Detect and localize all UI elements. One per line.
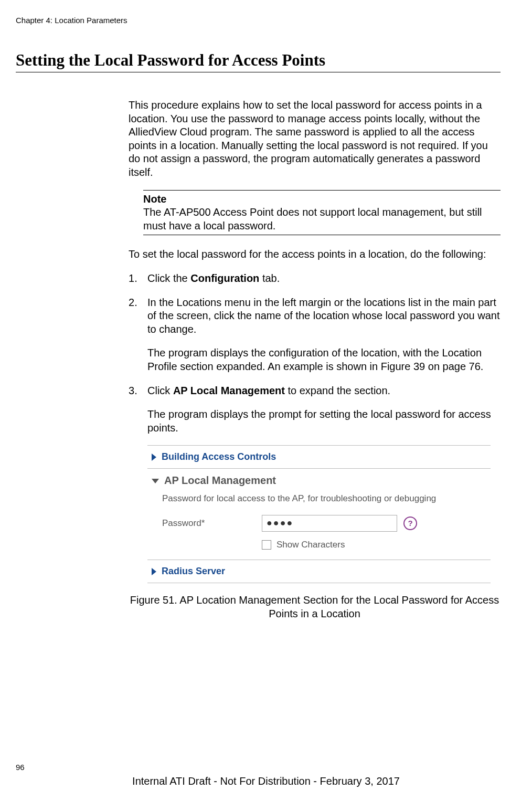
step-2-sub: The program displays the configuration o… [147, 346, 501, 373]
step-2: In the Locations menu in the left margin… [129, 296, 501, 374]
step-3-pre: Click [147, 385, 173, 396]
show-characters-label: Show Characters [276, 539, 345, 551]
step-3-post: to expand the section. [285, 385, 390, 396]
step-1-pre: Click the [147, 272, 190, 284]
password-input[interactable]: ●●●● [262, 515, 397, 532]
accordion-label: Radius Server [162, 565, 225, 577]
title-rule [16, 72, 501, 72]
password-label: Password* [162, 518, 262, 529]
intro-paragraph: This procedure explains how to set the l… [129, 99, 501, 180]
accordion-ap-local-management[interactable]: AP Local Management [147, 469, 491, 493]
accordion-label: Building Access Controls [162, 451, 276, 463]
step-3-bold: AP Local Management [173, 385, 285, 396]
accordion-building-access-controls[interactable]: Building Access Controls [147, 446, 491, 468]
section-title: Setting the Local Password for Access Po… [16, 51, 501, 70]
accordion-label: AP Local Management [164, 474, 276, 488]
step-2-text: In the Locations menu in the left margin… [147, 297, 499, 335]
chapter-header: Chapter 4: Location Parameters [16, 16, 501, 25]
lead-paragraph: To set the local password for the access… [129, 248, 501, 261]
page-number: 96 [16, 763, 25, 772]
note-text: The AT-AP500 Access Point does not suppo… [143, 206, 501, 233]
footer-disclaimer: Internal ATI Draft - Not For Distributio… [0, 775, 532, 787]
step-3: Click AP Local Management to expand the … [129, 384, 501, 435]
accordion-radius-server[interactable]: Radius Server [147, 560, 491, 583]
step-1: Click the Configuration tab. [129, 272, 501, 286]
show-characters-checkbox[interactable] [262, 540, 271, 550]
chevron-right-icon [152, 568, 156, 575]
step-3-sub: The program displays the prompt for sett… [147, 408, 501, 435]
note-rule-bottom [143, 235, 501, 235]
figure-caption: Figure 51. AP Location Management Sectio… [129, 594, 501, 620]
chevron-down-icon [152, 479, 159, 483]
password-description: Password for local access to the AP, for… [147, 493, 491, 512]
step-1-post: tab. [259, 272, 280, 284]
note-label: Note [143, 193, 501, 206]
figure-ap-local-management: Building Access Controls AP Local Manage… [147, 445, 491, 583]
step-1-bold: Configuration [190, 272, 259, 284]
help-icon[interactable]: ? [403, 517, 417, 530]
note-box: Note The AT-AP500 Access Point does not … [143, 190, 501, 236]
chevron-right-icon [152, 454, 156, 461]
note-rule-top [143, 190, 501, 191]
